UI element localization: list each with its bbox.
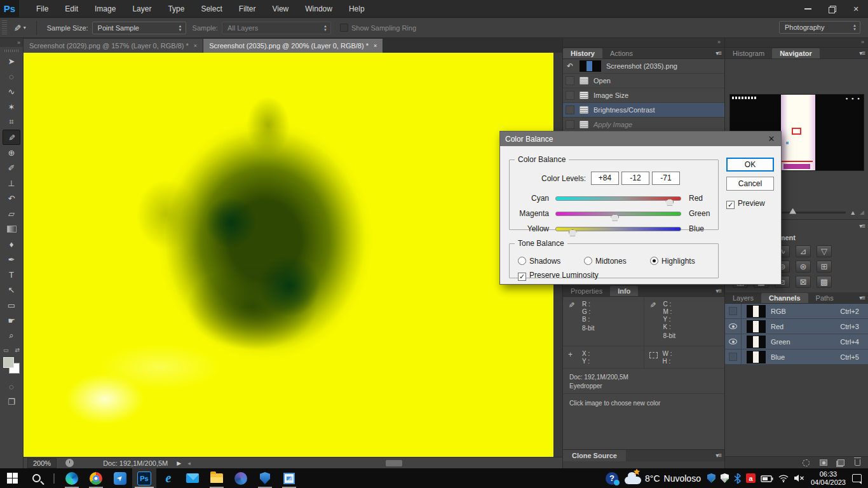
zoom-in-icon[interactable]: ▲ — [850, 209, 856, 216]
adjustment-icon[interactable]: ▽ — [817, 245, 832, 257]
history-snapshot-row[interactable]: ↶ Screenshot (2035).png — [563, 59, 724, 74]
history-brush-tool[interactable]: ↶ — [3, 191, 20, 206]
sample-size-dropdown[interactable]: Point Sample ▲▼ — [92, 22, 186, 34]
current-tool-badge[interactable]: ✎ ▾ — [7, 23, 32, 33]
eyedropper-tool-selected[interactable]: ✎ — [3, 130, 20, 145]
channel-row-rgb[interactable]: RGB Ctrl+2 — [725, 304, 868, 319]
zoom-tool[interactable]: ⌕ — [3, 328, 20, 343]
menu-edit[interactable]: Edit — [57, 0, 86, 18]
slider-thumb[interactable] — [569, 229, 577, 236]
channel-row-green[interactable]: Green Ctrl+4 — [725, 334, 868, 349]
menu-image[interactable]: Image — [86, 0, 124, 18]
cyan-red-slider[interactable] — [555, 196, 681, 201]
action-center-icon[interactable] — [852, 474, 862, 482]
new-channel-icon[interactable] — [837, 459, 844, 466]
menu-filter[interactable]: Filter — [231, 0, 264, 18]
scroll-left-arrow[interactable]: ◂ — [187, 460, 191, 466]
panel-menu-icon[interactable]: ▾≡ — [859, 222, 865, 229]
navigator-zoom-thumb[interactable] — [789, 208, 796, 214]
cancel-button[interactable]: Cancel — [726, 177, 774, 191]
crop-tool[interactable]: ⌗ — [3, 114, 20, 130]
taskbar-shield-app[interactable] — [253, 468, 277, 488]
canvas[interactable] — [24, 53, 553, 457]
show-sampling-ring-checkbox[interactable] — [340, 24, 348, 32]
avira-icon[interactable]: a — [746, 473, 756, 483]
highlights-radio[interactable]: Highlights — [650, 257, 695, 266]
clone-stamp-tool[interactable]: ⊥ — [3, 175, 20, 191]
taskbar-internet-explorer[interactable]: e — [156, 468, 180, 488]
color-level-input-2[interactable]: -12 — [621, 172, 649, 185]
tab-layers[interactable]: Layers — [725, 293, 761, 303]
menu-select[interactable]: Select — [193, 0, 230, 18]
delete-channel-icon[interactable] — [855, 459, 860, 466]
path-selection-tool[interactable]: ↖ — [3, 282, 20, 297]
collapse-panels-icon[interactable]: » — [725, 38, 868, 48]
minimize-button[interactable] — [796, 0, 820, 18]
taskbar-file-explorer[interactable] — [205, 468, 229, 488]
close-button[interactable]: ✕ — [844, 0, 868, 18]
history-item-apply-image[interactable]: Apply Image — [563, 118, 724, 132]
adjustment-icon[interactable]: ⊠ — [796, 276, 811, 288]
tab-properties[interactable]: Properties — [563, 286, 610, 296]
channel-row-blue[interactable]: Blue Ctrl+5 — [725, 349, 868, 365]
collapse-panels-icon[interactable]: » — [563, 38, 724, 48]
menu-type[interactable]: Type — [159, 0, 193, 18]
channel-row-red[interactable]: Red Ctrl+3 — [725, 319, 868, 334]
gradient-tool[interactable] — [3, 221, 20, 236]
history-source-well[interactable] — [566, 105, 574, 114]
history-source-well[interactable] — [566, 91, 574, 100]
document-tab-2-active[interactable]: Screenshot (2035).png @ 200% (Layer 0, R… — [203, 39, 383, 53]
menu-view[interactable]: View — [264, 0, 297, 18]
status-menu-arrow[interactable]: ▶ — [177, 460, 181, 466]
magenta-green-slider[interactable] — [555, 212, 681, 216]
marquee-tool[interactable]: ◌ — [3, 69, 20, 84]
menu-layer[interactable]: Layer — [124, 0, 159, 18]
visibility-toggle[interactable] — [725, 349, 742, 364]
taskbar-rocket-app[interactable]: ➤ — [108, 468, 132, 488]
zoom-level-field[interactable]: 200% — [27, 458, 57, 468]
history-source-well[interactable] — [566, 120, 574, 129]
panel-menu-icon[interactable]: ▾≡ — [715, 287, 721, 294]
swap-colors-icon[interactable]: ▭⇄ — [3, 347, 20, 353]
ok-button[interactable]: OK — [726, 158, 774, 172]
healing-brush-tool[interactable]: ⊕ — [3, 145, 20, 160]
history-brush-source-icon[interactable]: ↶ — [566, 62, 574, 71]
menu-window[interactable]: Window — [297, 0, 341, 18]
color-level-input-1[interactable]: +84 — [591, 172, 619, 185]
load-selection-icon[interactable] — [803, 459, 810, 466]
dialog-title-bar[interactable]: Color Balance ✕ — [500, 132, 781, 146]
history-item-open[interactable]: Open — [563, 74, 724, 88]
tab-paths[interactable]: Paths — [808, 293, 841, 303]
panel-menu-icon[interactable]: ▾≡ — [715, 452, 721, 459]
tab-navigator[interactable]: Navigator — [772, 48, 820, 58]
visibility-toggle[interactable] — [725, 304, 742, 318]
history-source-well[interactable] — [566, 76, 574, 85]
menu-file[interactable]: File — [28, 0, 57, 18]
quick-mask-button[interactable]: ◌ — [3, 379, 20, 394]
close-tab-icon[interactable]: × — [194, 43, 197, 49]
panel-menu-icon[interactable]: ▾≡ — [715, 50, 721, 57]
preserve-luminosity-checkbox[interactable]: ✓Preserve Luminosity — [518, 271, 599, 281]
screen-mode-button[interactable]: ❐ — [3, 394, 20, 409]
tab-channels[interactable]: Channels — [761, 293, 808, 303]
sample-dropdown[interactable]: All Layers ▲▼ — [222, 22, 331, 34]
slider-thumb[interactable] — [611, 214, 619, 221]
horizontal-scrollbar-thumb[interactable] — [386, 460, 402, 466]
magic-wand-tool[interactable]: ✶ — [3, 99, 20, 114]
preview-checkbox[interactable]: ✓Preview — [726, 199, 765, 209]
workspace-dropdown[interactable]: Photography ▲▼ — [779, 21, 860, 34]
battery-icon[interactable] — [761, 475, 773, 482]
move-tool[interactable]: ➤ — [3, 53, 20, 69]
clone-source-tab[interactable]: Clone Source — [563, 450, 626, 461]
dialog-close-button[interactable]: ✕ — [762, 132, 781, 146]
slider-thumb[interactable] — [665, 199, 674, 206]
adjustment-icon[interactable]: ⊞ — [817, 261, 832, 273]
taskbar-pinwheel-app[interactable] — [229, 468, 253, 488]
taskbar-chrome[interactable] — [84, 468, 108, 488]
tab-info[interactable]: Info — [610, 286, 638, 296]
resize-grip-icon[interactable]: ◢ — [860, 209, 864, 215]
defender-shield-icon[interactable]: ✓ — [721, 473, 729, 483]
volume-muted-icon[interactable] — [794, 474, 804, 482]
midtones-radio[interactable]: Midtones — [584, 257, 650, 266]
security-shield-icon[interactable]: ✓ — [707, 473, 715, 483]
